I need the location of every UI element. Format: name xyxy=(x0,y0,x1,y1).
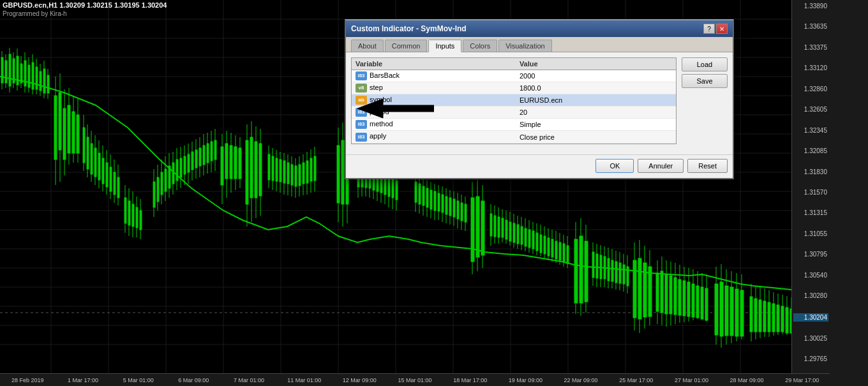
date-label: 25 Mar 17:00 xyxy=(608,377,664,383)
price-label: 1.31830 xyxy=(793,168,828,175)
price-label: 1.33635 xyxy=(793,23,828,30)
indicator-dialog: Custom Indicator - SymMov-Ind ? ✕ About … xyxy=(345,19,734,179)
type-icon-int: i83 xyxy=(355,120,367,129)
tab-visualization[interactable]: Visualization xyxy=(498,40,552,52)
date-label: 7 Mar 01:00 xyxy=(221,377,277,383)
ok-button[interactable]: OK xyxy=(595,159,634,173)
dialog-tabs: About Common Inputs Colors Visualization xyxy=(346,37,733,52)
price-label: 1.33890 xyxy=(793,3,828,10)
price-label: 1.29765 xyxy=(793,355,828,362)
price-label: 1.33375 xyxy=(793,44,828,51)
variable-cell: i83BarsBack xyxy=(352,70,516,82)
value-cell: 1800.0 xyxy=(516,82,676,94)
price-axis: 1.33890 1.33635 1.33375 1.33120 1.32860 … xyxy=(791,0,830,386)
price-label: 1.30280 xyxy=(793,292,828,299)
dialog-controls: ? ✕ xyxy=(703,24,728,34)
dialog-titlebar: Custom Indicator - SymMov-Ind ? ✕ xyxy=(346,20,733,37)
variable-cell: absymbol xyxy=(352,94,516,107)
type-icon-str: ab xyxy=(355,96,367,105)
date-label: 15 Mar 01:00 xyxy=(387,377,443,383)
type-icon-int: i83 xyxy=(355,133,367,142)
price-label: 1.30540 xyxy=(793,272,828,279)
price-label: 1.31315 xyxy=(793,209,828,216)
annuler-button[interactable]: Annuler xyxy=(638,159,684,173)
save-button[interactable]: Save xyxy=(682,74,728,88)
tab-colors[interactable]: Colors xyxy=(463,40,497,52)
variable-cell: i83method xyxy=(352,119,516,131)
variable-cell: i83apply xyxy=(352,131,516,143)
inputs-table: Variable Value i83BarsBack 2000 xyxy=(352,58,676,144)
price-label: 1.30025 xyxy=(793,335,828,342)
col-header-variable: Variable xyxy=(352,58,516,70)
date-label: 28 Mar 09:00 xyxy=(719,377,775,383)
inputs-right: Load Save xyxy=(677,57,728,149)
date-label: 27 Mar 01:00 xyxy=(664,377,719,383)
chart-title: GBPUSD.ecn,H1 1.30209 1.30215 1.30195 1.… xyxy=(3,1,167,9)
value-cell: Close price xyxy=(516,131,676,143)
current-price-label: 1.30204 xyxy=(793,313,828,322)
inputs-table-container: Variable Value i83BarsBack 2000 xyxy=(351,57,677,144)
type-icon-int: i83 xyxy=(355,108,367,117)
chart-subtitle: Programmed by Kira-h xyxy=(3,10,67,17)
date-label: 22 Mar 09:00 xyxy=(553,377,609,383)
price-label: 1.31055 xyxy=(793,230,828,237)
date-label: 12 Mar 09:00 xyxy=(332,377,387,383)
tab-common[interactable]: Common xyxy=(385,40,428,52)
value-cell: EURUSD.ecn xyxy=(516,94,676,107)
date-label: 5 Mar 01:00 xyxy=(110,377,166,383)
variable-cell: i83period xyxy=(352,107,516,119)
table-row[interactable]: i83BarsBack 2000 xyxy=(352,70,676,82)
col-header-value: Value xyxy=(516,58,676,70)
price-label: 1.33120 xyxy=(793,64,828,71)
tab-about[interactable]: About xyxy=(351,40,384,52)
table-header-row: Variable Value xyxy=(352,58,676,70)
price-label: 1.32860 xyxy=(793,85,828,93)
date-label: 18 Mar 17:00 xyxy=(442,377,498,383)
type-icon-int: i83 xyxy=(355,71,367,80)
dialog-title: Custom Indicator - SymMov-Ind xyxy=(351,24,467,33)
reset-button[interactable]: Reset xyxy=(687,159,728,173)
value-cell: 2000 xyxy=(516,70,676,82)
date-label: 28 Feb 2019 xyxy=(0,377,56,383)
date-label: 6 Mar 09:00 xyxy=(166,377,221,383)
help-button[interactable]: ? xyxy=(703,24,715,34)
dialog-side: Variable Value i83BarsBack 2000 xyxy=(351,57,728,149)
table-row[interactable]: i83apply Close price xyxy=(352,131,676,143)
price-label: 1.30795 xyxy=(793,251,828,258)
table-row[interactable]: i83period 20 xyxy=(352,107,676,119)
dialog-content: Variable Value i83BarsBack 2000 xyxy=(346,52,733,154)
inputs-left: Variable Value i83BarsBack 2000 xyxy=(351,57,677,149)
tab-inputs[interactable]: Inputs xyxy=(428,40,461,52)
date-label: 11 Mar 01:00 xyxy=(276,377,332,383)
load-button[interactable]: Load xyxy=(682,57,728,71)
date-label: 19 Mar 09:00 xyxy=(498,377,553,383)
price-label: 1.31570 xyxy=(793,189,828,196)
date-label: 29 Mar 17:00 xyxy=(774,377,830,383)
date-axis: 28 Feb 2019 1 Mar 17:00 5 Mar 01:00 6 Ma… xyxy=(0,373,830,386)
dialog-footer: OK Annuler Reset xyxy=(346,154,733,178)
table-row[interactable]: v8step 1800.0 xyxy=(352,82,676,94)
variable-cell: v8step xyxy=(352,82,516,94)
price-label: 1.32605 xyxy=(793,106,828,113)
price-label: 1.32085 xyxy=(793,147,828,154)
table-row[interactable]: i83method Simple xyxy=(352,119,676,131)
table-row[interactable]: absymbol EURUSD.ecn xyxy=(352,94,676,107)
date-label: 1 Mar 17:00 xyxy=(56,377,111,383)
type-icon-val: v8 xyxy=(355,84,367,93)
price-label: 1.32345 xyxy=(793,127,828,134)
value-cell: 20 xyxy=(516,107,676,119)
close-button[interactable]: ✕ xyxy=(716,24,728,34)
value-cell: Simple xyxy=(516,119,676,131)
